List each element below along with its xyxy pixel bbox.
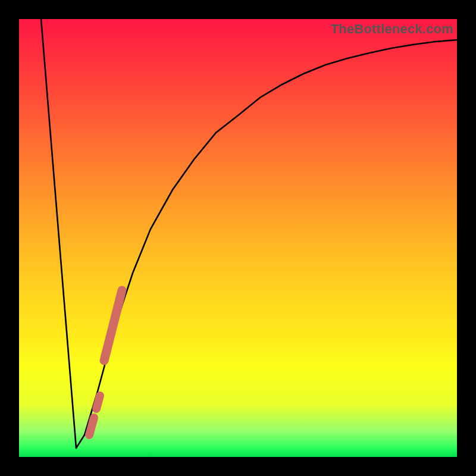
plot-area: TheBottleneck.com (19, 19, 457, 457)
chart-svg (19, 19, 457, 457)
highlight-lower-1 (89, 418, 94, 435)
curve-left (41, 19, 76, 448)
curve-right (76, 40, 457, 448)
highlight-upper (104, 290, 122, 361)
chart-frame: TheBottleneck.com (0, 0, 476, 476)
highlight-lower-2 (96, 396, 100, 409)
